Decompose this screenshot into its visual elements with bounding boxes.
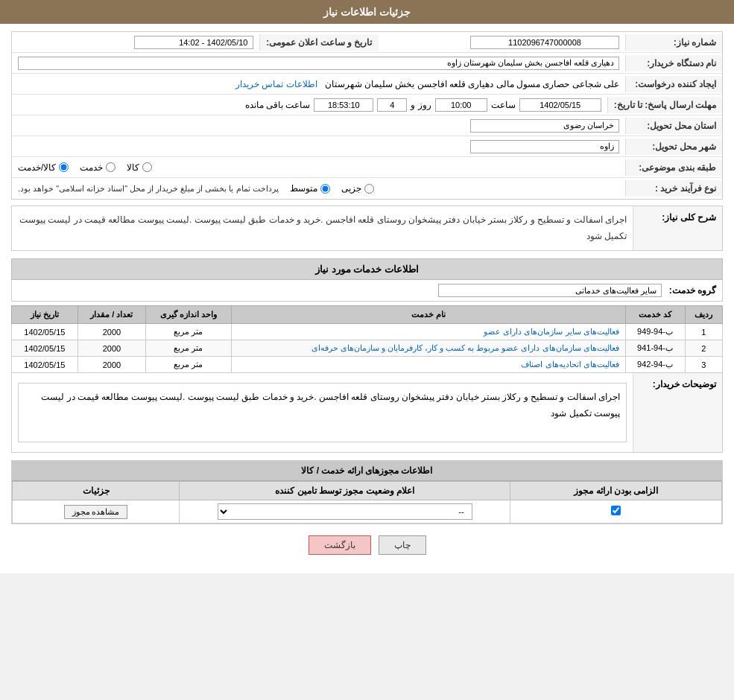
request-number-input[interactable] (470, 36, 619, 49)
licenses-row: -- مشاهده مجوز (13, 500, 722, 524)
reply-time-input[interactable] (435, 98, 487, 112)
row-3-num: 3 (685, 357, 722, 373)
category-kala-khedmat-text: کالا/خدمت (18, 162, 56, 173)
purchase-type-motavaset-text: متوسط (290, 183, 317, 194)
row-1-unit: متر مربع (146, 324, 232, 340)
description-section: شرح کلی نیاز: اجرای اسفالت و تسطیح و رکل… (11, 206, 723, 251)
buyer-notes-text: اجرای اسفالت و تسطیح و رکلاز بستر خیابان… (18, 383, 627, 442)
purchase-type-jozi-label: جزیی (341, 183, 374, 194)
reply-remaining-label: ساعت باقی مانده (245, 100, 311, 110)
licenses-status-select[interactable]: -- (218, 503, 472, 520)
category-kala-text: کالا (127, 162, 139, 173)
buyer-notes-section: توضیحات خریدار: اجرای اسفالت و تسطیح و ر… (11, 373, 723, 453)
licenses-required-checkbox[interactable] (611, 506, 621, 515)
col-name: نام خدمت (231, 306, 625, 324)
purchase-type-note: پرداخت تمام یا بخشی از مبلغ خریدار از مح… (18, 184, 279, 194)
reply-deadline-value: ساعت روز و ساعت باقی مانده (12, 95, 607, 115)
licenses-status-cell: -- (180, 500, 510, 524)
description-value: اجرای اسفالت و تسطیح و رکلاز بستر خیابان… (12, 206, 633, 250)
province-value (12, 116, 625, 136)
reply-remaining-input[interactable] (314, 98, 373, 112)
main-info-section: شماره نیاز: تاریخ و ساعت اعلان عمومی: نا… (11, 31, 723, 200)
reply-deadline-label: مهلت ارسال پاسخ: تا تاریخ: (607, 97, 722, 113)
buyer-org-value (12, 54, 625, 73)
buyer-org-input[interactable] (18, 57, 619, 70)
purchase-type-motavaset-radio[interactable] (320, 184, 330, 194)
date-input[interactable] (134, 36, 253, 49)
province-input[interactable] (470, 119, 619, 133)
request-number-label: شماره نیاز: (625, 34, 722, 51)
category-kala-khedmat-label: کالا/خدمت (18, 162, 69, 173)
creator-label: ایجاد کننده درخواست: (625, 76, 722, 92)
creator-value: علی شجاعی حصاری مسول مالی دهیاری قلعه اف… (12, 76, 625, 92)
services-group-input[interactable] (438, 284, 662, 297)
purchase-type-row: نوع فرآیند خرید : جزیی متوسط پرداخت تمام… (12, 178, 722, 199)
page-header: جزئیات اطلاعات نیاز (0, 0, 734, 24)
row-1-qty: 2000 (77, 324, 145, 340)
back-button[interactable]: بازگشت (309, 535, 371, 555)
row-1-num: 1 (685, 324, 722, 340)
page-wrapper: جزئیات اطلاعات نیاز شماره نیاز: تاریخ و … (0, 0, 734, 573)
footer-buttons: چاپ بازگشت (11, 524, 723, 566)
page-title: جزئیات اطلاعات نیاز (323, 6, 411, 18)
city-label: شهر محل تحویل: (625, 139, 722, 155)
date-value (12, 33, 259, 52)
licenses-section: اطلاعات مجوزهای ارائه خدمت / کالا الزامی… (11, 460, 723, 524)
description-label: شرح کلی نیاز: (633, 206, 722, 250)
category-khedmat-label: خدمت (80, 162, 116, 173)
category-khedmat-radio[interactable] (106, 162, 116, 172)
services-section-title: اطلاعات خدمات مورد نیاز (11, 258, 723, 280)
city-input[interactable] (470, 140, 619, 153)
row-3-date: 1402/05/15 (12, 357, 78, 373)
date-label: تاریخ و ساعت اعلان عمومی: (259, 34, 379, 51)
col-quantity: تعداد / مقدار (77, 306, 145, 324)
province-row: استان محل تحویل: (12, 115, 722, 136)
content-area: شماره نیاز: تاریخ و ساعت اعلان عمومی: نا… (0, 24, 734, 573)
view-license-button[interactable]: مشاهده مجوز (64, 505, 128, 519)
purchase-type-label: نوع فرآیند خرید : (625, 180, 722, 197)
col-date: تاریخ نیاز (12, 306, 78, 324)
purchase-type-jozi-text: جزیی (341, 183, 361, 194)
reply-days-input[interactable] (377, 98, 407, 112)
table-row: 1 ب-94-949 فعالیت‌های سایر سازمان‌های دا… (12, 324, 723, 340)
purchase-type-value: جزیی متوسط پرداخت تمام یا بخشی از مبلغ خ… (12, 180, 625, 197)
row-1-code: ب-94-949 (625, 324, 685, 340)
row-2-num: 2 (685, 340, 722, 357)
request-number-value (379, 33, 626, 52)
services-table: ردیف کد خدمت نام خدمت واحد اندازه گیری ت… (11, 305, 723, 373)
services-group-row: گروه خدمت: (11, 280, 723, 302)
col-code: کد خدمت (625, 306, 685, 324)
services-group-label: گروه خدمت: (669, 285, 716, 296)
category-kala-label: کالا (127, 162, 152, 173)
licenses-col-status: اعلام وضعیت مجوز توسط تامین کننده (180, 482, 510, 500)
row-3-name: فعالیت‌های اتحادیه‌های اصناف (231, 357, 625, 373)
purchase-type-jozi-radio[interactable] (364, 184, 374, 194)
row-3-code: ب-94-942 (625, 357, 685, 373)
col-row: ردیف (685, 306, 722, 324)
table-row: 2 ب-94-941 فعالیت‌های سازمان‌های دارای ع… (12, 340, 723, 357)
creator-contact-link[interactable]: اطلاعات تماس خریدار (235, 79, 317, 89)
table-row: 3 ب-94-942 فعالیت‌های اتحادیه‌های اصناف … (12, 357, 723, 373)
row-2-qty: 2000 (77, 340, 145, 357)
reply-time-label: ساعت (491, 100, 516, 110)
col-unit: واحد اندازه گیری (146, 306, 232, 324)
reply-date-input[interactable] (519, 98, 601, 112)
row-3-unit: متر مربع (146, 357, 232, 373)
licenses-col-details: جزئیات (13, 482, 180, 500)
category-khedmat-text: خدمت (80, 162, 103, 173)
licenses-required-cell (510, 500, 722, 524)
description-text: اجرای اسفالت و تسطیح و رکلاز بستر خیابان… (18, 212, 627, 244)
buyer-org-row: نام دستگاه خریدار: (12, 53, 722, 74)
row-3-qty: 2000 (77, 357, 145, 373)
province-label: استان محل تحویل: (625, 118, 722, 134)
row-2-name: فعالیت‌های سازمان‌های دارای عضو مربوط به… (231, 340, 625, 357)
category-kala-khedmat-radio[interactable] (59, 162, 69, 172)
licenses-col-required: الزامی بودن ارائه مجوز (510, 482, 722, 500)
print-button[interactable]: چاپ (379, 535, 426, 555)
row-2-code: ب-94-941 (625, 340, 685, 357)
category-kala-radio[interactable] (142, 162, 152, 172)
category-row: طبقه بندی موضوعی: کالا خدمت (12, 157, 722, 178)
buyer-org-label: نام دستگاه خریدار: (625, 55, 722, 71)
licenses-table: الزامی بودن ارائه مجوز اعلام وضعیت مجوز … (12, 481, 722, 524)
row-1-date: 1402/05/15 (12, 324, 78, 340)
